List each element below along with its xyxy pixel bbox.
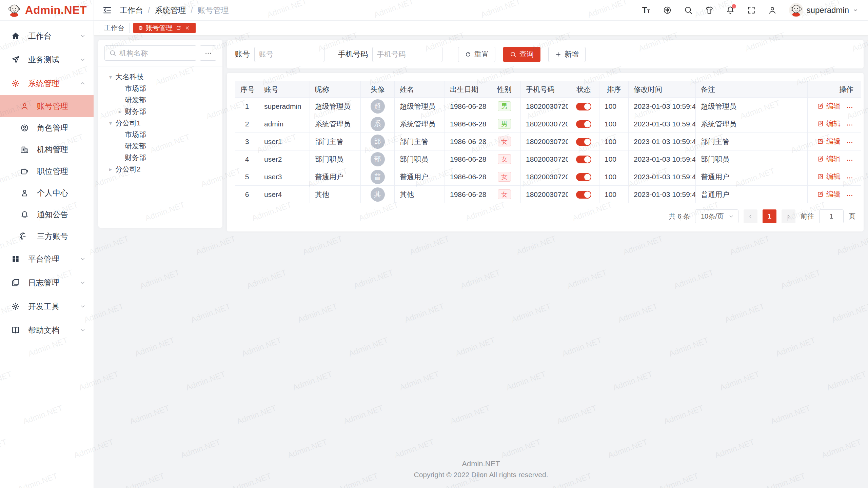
breadcrumb-item[interactable]: 工作台 <box>120 5 143 16</box>
tab-0[interactable]: 工作台 <box>99 23 130 33</box>
column-header-3: 头像 <box>361 81 395 98</box>
status-toggle[interactable] <box>576 173 591 181</box>
row-more-button[interactable] <box>846 192 853 199</box>
caret-open-icon[interactable]: ▾ <box>106 74 115 80</box>
header-user-button[interactable] <box>768 6 777 15</box>
header-notification-button[interactable] <box>726 6 735 15</box>
phone-input[interactable] <box>372 47 442 62</box>
cell-account: user4 <box>259 186 310 203</box>
sidebar-subitem-2-6[interactable]: 三方账号 <box>0 225 94 247</box>
tree-node-4[interactable]: ▾分公司1 <box>104 117 216 129</box>
username: superadmin <box>807 5 849 15</box>
edit-icon <box>817 191 824 198</box>
collapse-sidebar-icon[interactable] <box>102 5 112 15</box>
sidebar-item-4[interactable]: 日志管理 <box>0 271 94 294</box>
header-search-button[interactable] <box>684 6 693 15</box>
org-search-input[interactable] <box>119 49 192 57</box>
logo[interactable]: Admin.NET <box>0 0 94 21</box>
reset-button[interactable]: 重置 <box>458 47 495 62</box>
caret-closed-icon[interactable]: ▸ <box>115 108 125 115</box>
page-number-button[interactable]: 1 <box>763 209 776 223</box>
row-avatar: 部 <box>371 135 385 149</box>
caret-open-icon[interactable]: ▾ <box>106 120 115 126</box>
tab-label: 账号管理 <box>145 23 173 33</box>
tree-node-8[interactable]: ▸分公司2 <box>104 163 216 175</box>
sidebar-item-2[interactable]: 系统管理 <box>0 72 94 95</box>
chevron-left-icon <box>748 214 753 219</box>
sidebar-subitem-2-1[interactable]: 角色管理 <box>0 117 94 139</box>
ellipsis-icon <box>204 49 212 57</box>
row-more-button[interactable] <box>846 139 853 146</box>
goto-page-input[interactable] <box>819 209 844 223</box>
edit-button[interactable]: 编辑 <box>817 137 841 146</box>
row-more-button[interactable] <box>846 121 853 129</box>
sidebar-item-5[interactable]: 开发工具 <box>0 294 94 318</box>
tree-node-5[interactable]: 市场部 <box>104 129 216 140</box>
add-button[interactable]: 新增 <box>548 47 586 62</box>
cell-birthday: 1986-06-28 <box>445 98 488 115</box>
prev-page-button[interactable] <box>744 209 757 223</box>
edit-button[interactable]: 编辑 <box>817 172 841 181</box>
right-column: 账号 手机号码 重置 查询 <box>227 40 864 231</box>
accounts-table-panel: 序号账号昵称头像姓名出生日期性别手机号码状态排序修改时间备注操作 1supera… <box>227 73 864 231</box>
more-icon <box>846 157 853 164</box>
tree-node-2[interactable]: 研发部 <box>104 94 216 106</box>
caret-closed-icon[interactable]: ▸ <box>106 166 115 172</box>
sidebar-subitem-2-3[interactable]: 职位管理 <box>0 160 94 182</box>
tree-node-label: 财务部 <box>125 107 146 116</box>
tree-node-6[interactable]: 研发部 <box>104 140 216 152</box>
header-theme-button[interactable] <box>705 6 714 15</box>
footer: Admin.NET Copyright © 2022 Dilon All rig… <box>98 460 864 484</box>
tree-node-3[interactable]: ▸财务部 <box>104 106 216 117</box>
status-toggle[interactable] <box>576 120 591 128</box>
sidebar-item-0[interactable]: 工作台 <box>0 24 94 48</box>
sidebar-subitem-2-4[interactable]: 个人中心 <box>0 182 94 204</box>
footer-copyright: Copyright © 2022 Dilon All rights reserv… <box>98 471 864 479</box>
search-button[interactable]: 查询 <box>503 47 540 62</box>
tree-node-7[interactable]: 财务部 <box>104 152 216 163</box>
status-toggle[interactable] <box>576 138 591 146</box>
chevron-down-icon <box>852 7 859 13</box>
account-input[interactable] <box>254 47 324 62</box>
breadcrumb-item: 账号管理 <box>198 5 229 16</box>
status-toggle[interactable] <box>576 156 591 163</box>
edit-button[interactable]: 编辑 <box>817 154 841 164</box>
user-menu[interactable]: superadmin <box>789 3 859 17</box>
cell-birthday: 1986-06-28 <box>445 133 488 150</box>
status-toggle[interactable] <box>576 103 591 110</box>
edit-button[interactable]: 编辑 <box>817 189 841 199</box>
sidebar-item-6[interactable]: 帮助文档 <box>0 318 94 342</box>
sidebar-item-3[interactable]: 平台管理 <box>0 247 94 271</box>
cell-phone: 18020030720 <box>521 150 568 168</box>
chevron-down-icon <box>79 33 86 39</box>
edit-button[interactable]: 编辑 <box>817 101 841 111</box>
edit-button[interactable]: 编辑 <box>817 119 841 128</box>
header-font-size-button[interactable]: TT <box>642 6 651 15</box>
breadcrumb-item[interactable]: 系统管理 <box>155 5 186 16</box>
row-avatar: 系 <box>371 117 385 131</box>
badge-icon <box>20 167 29 176</box>
tree-more-button[interactable] <box>200 45 216 61</box>
sidebar-item-1[interactable]: 业务测试 <box>0 48 94 72</box>
topbar-actions: TT superadmin <box>642 3 859 17</box>
header-language-button[interactable] <box>663 6 672 15</box>
tools-icon <box>11 302 20 311</box>
tab-1[interactable]: 账号管理 <box>133 23 196 33</box>
row-avatar: 普 <box>371 170 385 184</box>
tab-refresh-icon <box>176 25 181 31</box>
page-size-select[interactable]: 10条/页 <box>695 209 738 223</box>
tree-node-0[interactable]: ▾大名科技 <box>104 71 216 83</box>
row-more-button[interactable] <box>846 174 853 182</box>
sidebar-subitem-2-0[interactable]: 账号管理 <box>0 95 94 117</box>
status-toggle[interactable] <box>576 191 591 199</box>
sidebar-subitem-2-5[interactable]: 通知公告 <box>0 204 94 225</box>
sidebar-subitem-label: 机构管理 <box>37 144 68 155</box>
sidebar-subitem-2-2[interactable]: 机构管理 <box>0 139 94 160</box>
header-fullscreen-button[interactable] <box>747 6 756 15</box>
phone-label: 手机号码 <box>338 49 368 59</box>
sidebar-item-label: 系统管理 <box>28 78 59 89</box>
row-more-button[interactable] <box>846 104 853 111</box>
next-page-button[interactable] <box>782 209 795 223</box>
row-more-button[interactable] <box>846 157 853 164</box>
tree-node-1[interactable]: 市场部 <box>104 83 216 94</box>
